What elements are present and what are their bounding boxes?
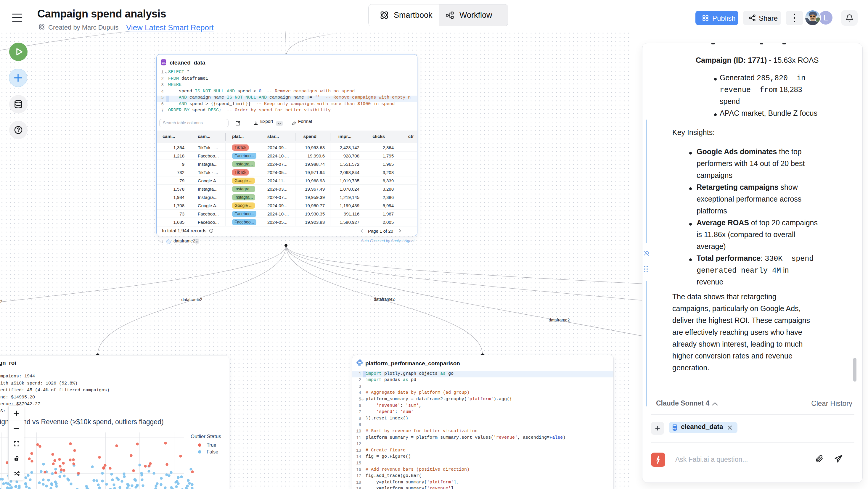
svg-text:SQL: SQL [162,62,165,64]
svg-text:SQL: SQL [673,427,677,430]
